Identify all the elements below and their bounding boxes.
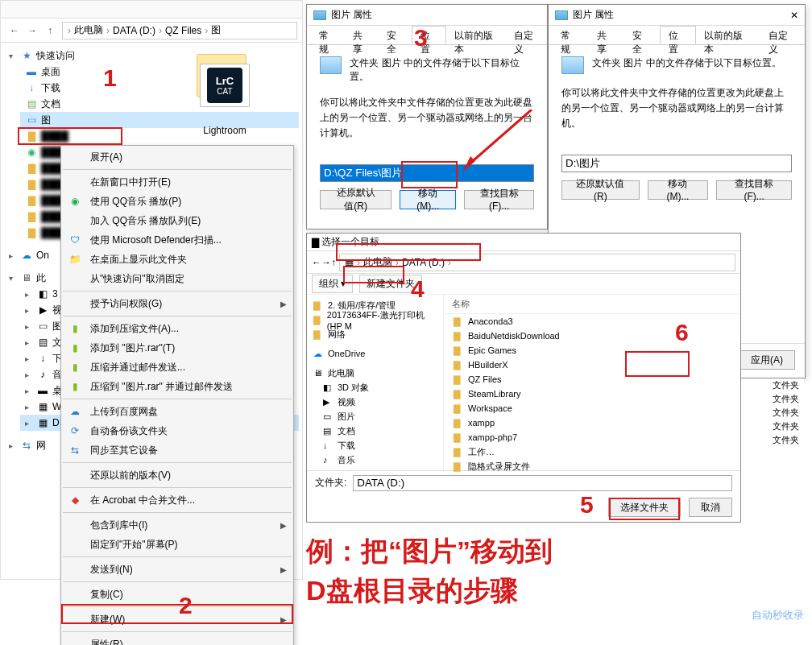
list-item[interactable]: ▇Anaconda3 — [444, 314, 740, 329]
new-folder-button[interactable]: 新建文件夹 — [359, 275, 422, 293]
tab-share[interactable]: 共享 — [588, 26, 625, 44]
location-path-input[interactable] — [561, 155, 792, 172]
move-button[interactable]: 移动(M)... — [400, 190, 456, 209]
dialog-title-bar[interactable]: 图片 属性 — [307, 5, 547, 26]
tree-music[interactable]: ♪音乐 — [309, 453, 441, 467]
mi-add-rar[interactable]: ▮添加到 "图片.rar"(T) — [61, 338, 293, 358]
crumb-1[interactable]: DATA (D:) — [111, 25, 157, 36]
list-item[interactable]: ▇隐格式录屏文件 — [444, 459, 740, 473]
tree-3d[interactable]: ◧3D 对象 — [309, 380, 441, 395]
nav-forward-icon[interactable]: → — [23, 22, 41, 39]
mi-properties[interactable]: 属性(R) — [61, 635, 293, 645]
tree-videos[interactable]: ▶视频 — [309, 395, 441, 409]
tab-share[interactable]: 共享 — [344, 26, 379, 44]
tab-general[interactable]: 常规 — [310, 26, 345, 44]
tree-downloads[interactable]: ↓下载 — [309, 438, 441, 453]
mi-defender-scan[interactable]: 🛡使用 Microsoft Defender扫描... — [61, 230, 293, 250]
mi-sync-other[interactable]: ⇆同步至其它设备 — [61, 440, 293, 460]
mi-include-lib[interactable]: 包含到库中(I)▶ — [61, 515, 293, 535]
restore-default-button[interactable]: 还原默认值(R) — [320, 190, 392, 209]
tree-item[interactable]: ▇20173634FF-激光打印机 (HP M — [309, 312, 441, 327]
tree-onedrive[interactable]: ☁OneDrive — [309, 346, 441, 361]
tab-custom[interactable]: 自定义 — [505, 26, 549, 44]
crumb-2[interactable]: QZ Files — [164, 25, 203, 36]
column-header-name[interactable]: 名称 — [444, 298, 740, 314]
rar-icon: ▮ — [68, 341, 82, 355]
find-target-button[interactable]: 查找目标(F)... — [716, 180, 792, 200]
tree-docs[interactable]: ▤文档 — [309, 424, 441, 438]
list-item[interactable]: ▇BaiduNetdiskDownload — [444, 329, 740, 343]
list-item[interactable]: ▇QZ Files — [444, 372, 740, 387]
mi-new[interactable]: 新建(W)▶ — [61, 610, 293, 629]
tab-security[interactable]: 安全 — [378, 26, 412, 44]
picker-cancel-button[interactable]: 取消 — [689, 498, 732, 517]
picker-breadcrumb[interactable]: ▦ › 此电脑 › DATA (D:) › — [339, 254, 735, 271]
picker-title-bar[interactable]: ▇ 选择一个目标 — [307, 234, 740, 251]
mi-qq-queue[interactable]: 加入 QQ音乐 播放队列(E) — [61, 211, 293, 230]
nav-back-icon[interactable]: ← — [312, 257, 321, 268]
folder-item[interactable]: LrC CAT Lightroom — [146, 52, 304, 136]
list-item[interactable]: ▇工作… — [444, 444, 740, 459]
list-item[interactable]: ▇Workspace — [444, 401, 740, 416]
restore-default-button[interactable]: 还原默认值(R) — [561, 180, 640, 200]
tab-custom[interactable]: 自定义 — [760, 26, 806, 44]
objects-icon: ◧ — [36, 287, 49, 300]
crumb-0[interactable]: 此电脑 — [72, 23, 105, 37]
folder-icon: ▇ — [25, 210, 38, 223]
list-item[interactable]: ▇SteamLibrary — [444, 387, 740, 401]
picture-icon — [320, 56, 342, 74]
list-item[interactable]: ▇Epic Games — [444, 343, 740, 358]
mi-baidu-upload[interactable]: ☁上传到百度网盘 — [61, 402, 293, 421]
dialog-title-bar[interactable]: 图片 属性✕ — [549, 5, 805, 26]
mi-qq-play[interactable]: ◉使用 QQ音乐 播放(P) — [61, 192, 293, 211]
select-folder-button[interactable]: 选择文件夹 — [608, 498, 681, 517]
mi-sendto[interactable]: 发送到(N)▶ — [61, 560, 293, 579]
breadcrumb[interactable]: › 此电脑 › DATA (D:) › QZ Files › 图 — [62, 22, 297, 39]
mi-expand[interactable]: 展开(A) — [61, 147, 293, 167]
tab-location[interactable]: 位置 — [412, 26, 446, 44]
explorer-content[interactable]: LrC CAT Lightroom — [146, 46, 304, 136]
mi-grant-access[interactable]: 授予访问权限(G)▶ — [61, 294, 293, 313]
crumb-3[interactable]: 图 — [209, 23, 222, 37]
nav-forward-icon[interactable]: → — [321, 257, 331, 268]
tab-security[interactable]: 安全 — [624, 26, 661, 44]
nav-back-icon[interactable]: ← — [6, 22, 23, 39]
find-target-button[interactable]: 查找目标(F)... — [464, 190, 534, 209]
mi-pin-start[interactable]: 固定到"开始"屏幕(P) — [61, 535, 293, 554]
tab-location[interactable]: 位置 — [660, 26, 697, 44]
mi-show-desktop[interactable]: 📁在桌面上显示此文件夹 — [61, 250, 293, 269]
tab-previous[interactable]: 以前的版本 — [695, 26, 760, 44]
tree-this-pc[interactable]: 🖥此电脑 — [309, 366, 441, 380]
organize-button[interactable]: 组织 ▾ — [312, 275, 353, 293]
dlg-description: 你可以将此文件夹中文件存储的位置更改为此硬盘上的另一个位置、另一个驱动器或网络上… — [320, 95, 534, 142]
drive-icon: ▦ — [343, 257, 355, 268]
tree-pictures[interactable]: ▭图片 — [309, 409, 441, 424]
mi-acrobat-merge[interactable]: ◆在 Acrobat 中合并文件... — [61, 490, 293, 510]
rar-icon: ▮ — [68, 321, 82, 336]
mi-zip-rar-email[interactable]: ▮压缩到 "图片.rar" 并通过邮件发送 — [61, 377, 293, 396]
nav-up-icon[interactable]: ↑ — [41, 22, 59, 39]
mi-unpin-quick[interactable]: 从"快速访问"取消固定 — [61, 269, 293, 288]
nav-up-icon[interactable]: ↑ — [331, 257, 336, 268]
tab-general[interactable]: 常规 — [552, 26, 589, 44]
folder-name-input[interactable] — [353, 475, 732, 491]
mi-restore-previous[interactable]: 还原以前的版本(V) — [61, 465, 293, 485]
mi-open-new-window[interactable]: 在新窗口中打开(E) — [61, 172, 293, 192]
context-menu: 展开(A) 在新窗口中打开(E) ◉使用 QQ音乐 播放(P) 加入 QQ音乐 … — [60, 145, 294, 645]
picture-icon — [561, 56, 584, 74]
close-icon[interactable]: ✕ — [790, 10, 798, 21]
mi-zip-email[interactable]: ▮压缩并通过邮件发送... — [61, 358, 293, 377]
mi-copy[interactable]: 复制(C) — [61, 585, 293, 604]
rar-icon: ▮ — [68, 379, 82, 394]
move-button[interactable]: 移动(M)... — [648, 180, 708, 200]
rar-icon: ▮ — [68, 360, 82, 374]
location-path-input[interactable] — [320, 164, 534, 182]
tab-previous[interactable]: 以前的版本 — [445, 26, 506, 44]
mi-auto-backup[interactable]: ⟳自动备份该文件夹 — [61, 421, 293, 440]
apply-button[interactable]: 应用(A) — [739, 350, 795, 370]
list-item[interactable]: ▇xampp — [444, 416, 740, 430]
tree-desktop[interactable]: ▬桌面 — [309, 467, 441, 470]
list-item[interactable]: ▇xampp-php7 — [444, 430, 740, 444]
list-item[interactable]: ▇HBuilderX — [444, 358, 740, 372]
mi-add-archive[interactable]: ▮添加到压缩文件(A)... — [61, 319, 293, 338]
